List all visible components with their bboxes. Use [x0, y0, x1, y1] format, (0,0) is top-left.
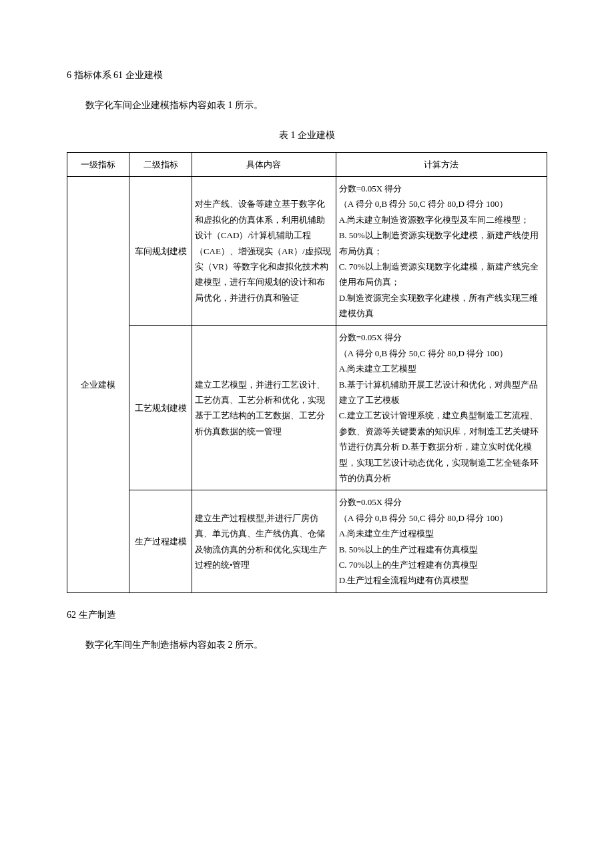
- section-heading-2: 62 生产制造: [67, 606, 547, 623]
- cell-level1: 企业建模: [67, 176, 129, 592]
- table-header-row: 一级指标 二级指标 具体内容 计算方法: [67, 152, 547, 176]
- cell-method: 分数=0.05X 得分 （A 得分 0,B 得分 50,C 得分 80,D 得分…: [336, 176, 547, 326]
- table-row: 工艺规划建模 建立工艺模型，并进行工艺设计、工艺仿真、工艺分析和优化，实现基于工…: [67, 326, 547, 490]
- th-level2: 二级指标: [129, 152, 192, 176]
- cell-level2: 工艺规划建模: [129, 326, 192, 490]
- th-level1: 一级指标: [67, 152, 129, 176]
- cell-content: 建立生产过程模型,并进行厂房仿真、单元仿真、生产线仿真、仓储及物流仿真的分析和优…: [192, 490, 336, 592]
- table1-caption: 表 1 企业建模: [67, 127, 547, 143]
- cell-method: 分数=0.05X 得分 （A 得分 0,B 得分 50,C 得分 80,D 得分…: [336, 326, 547, 490]
- table-row: 企业建模 车间规划建模 对生产线、设备等建立基于数字化和虚拟化的仿真体系，利用机…: [67, 176, 547, 326]
- section-intro-2: 数字化车间生产制造指标内容如表 2 所示。: [67, 636, 547, 653]
- th-method: 计算方法: [336, 152, 547, 176]
- table1: 一级指标 二级指标 具体内容 计算方法 企业建模 车间规划建模 对生产线、设备等…: [67, 152, 547, 593]
- section-intro-1: 数字化车间企业建模指标内容如表 1 所示。: [67, 97, 547, 113]
- cell-content: 对生产线、设备等建立基于数字化和虚拟化的仿真体系，利用机辅助设计（CAD）/计算…: [192, 176, 336, 326]
- cell-method: 分数=0.05X 得分 （A 得分 0,B 得分 50,C 得分 80,D 得分…: [336, 490, 547, 592]
- table-row: 生产过程建模 建立生产过程模型,并进行厂房仿真、单元仿真、生产线仿真、仓储及物流…: [67, 490, 547, 592]
- th-content: 具体内容: [192, 152, 336, 176]
- cell-level2: 车间规划建模: [129, 176, 192, 326]
- cell-level2: 生产过程建模: [129, 490, 192, 592]
- cell-content: 建立工艺模型，并进行工艺设计、工艺仿真、工艺分析和优化，实现基于工艺结构的工艺数…: [192, 326, 336, 490]
- section-heading-1: 6 指标体系 61 企业建模: [67, 67, 547, 83]
